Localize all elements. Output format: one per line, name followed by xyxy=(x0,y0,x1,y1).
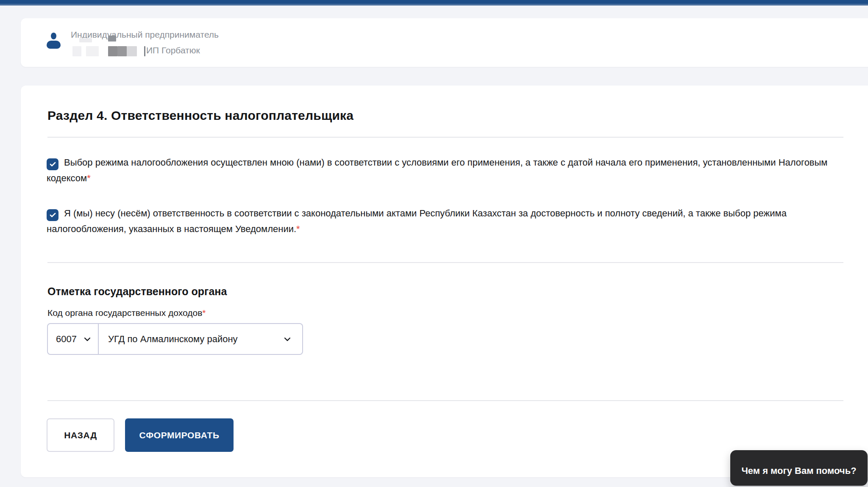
section-title: Раздел 4. Ответственность налогоплательщ… xyxy=(47,108,353,123)
required-asterisk: * xyxy=(202,308,206,318)
revenue-authority-field: 6007 УГД по Алмалинскому району xyxy=(47,323,303,355)
redacted-text xyxy=(86,46,99,56)
required-asterisk: * xyxy=(87,173,91,183)
redacted-text xyxy=(79,38,92,42)
checkbox-checked[interactable] xyxy=(47,158,58,170)
form-actions: НАЗАД СФОРМИРОВАТЬ xyxy=(47,418,234,452)
redacted-text xyxy=(144,46,145,56)
chat-help-widget[interactable]: Чем я могу Вам помочь? xyxy=(730,450,868,486)
divider xyxy=(47,137,843,138)
divider xyxy=(47,400,843,401)
redacted-text xyxy=(108,36,116,42)
top-brand-bar xyxy=(0,0,868,6)
generate-button[interactable]: СФОРМИРОВАТЬ xyxy=(125,418,234,452)
chat-help-label: Чем я могу Вам помочь? xyxy=(741,459,856,476)
divider xyxy=(47,262,843,263)
taxpayer-header-card: Индивидуальный предприниматель ИП Горбат… xyxy=(21,18,868,67)
redacted-text xyxy=(127,46,137,56)
checkbox-label: Выбор режима налогообложения осуществлен… xyxy=(47,157,828,183)
back-button[interactable]: НАЗАД xyxy=(47,418,114,452)
taxpayer-type-label: Индивидуальный предприниматель xyxy=(71,30,219,40)
authority-code-select[interactable]: 6007 xyxy=(47,323,99,355)
authority-name-select[interactable]: УГД по Алмалинскому району xyxy=(99,323,303,355)
checkbox-row-responsibility: Я (мы) несу (несём) ответственность в со… xyxy=(47,205,845,237)
page: Индивидуальный предприниматель ИП Горбат… xyxy=(0,0,868,487)
redacted-text xyxy=(108,46,117,56)
redacted-text xyxy=(72,46,81,56)
user-icon xyxy=(47,33,61,52)
checkbox-checked[interactable] xyxy=(47,209,58,221)
section-4-card: Раздел 4. Ответственность налогоплательщ… xyxy=(21,86,868,477)
taxpayer-name: ИП Горбатюк xyxy=(146,45,200,55)
authority-name-value: УГД по Алмалинскому району xyxy=(108,334,238,345)
required-asterisk: * xyxy=(296,224,300,234)
checkbox-label: Я (мы) несу (несём) ответственность в со… xyxy=(47,208,787,234)
revenue-authority-code-label: Код органа государственных доходов* xyxy=(47,308,206,318)
chevron-down-icon xyxy=(83,335,92,344)
checkbox-row-tax-regime: Выбор режима налогообложения осуществлен… xyxy=(47,155,845,186)
chevron-down-icon xyxy=(283,335,292,344)
authority-code-value: 6007 xyxy=(56,334,77,345)
redacted-text xyxy=(117,46,127,56)
state-mark-heading: Отметка государственного органа xyxy=(47,285,227,298)
